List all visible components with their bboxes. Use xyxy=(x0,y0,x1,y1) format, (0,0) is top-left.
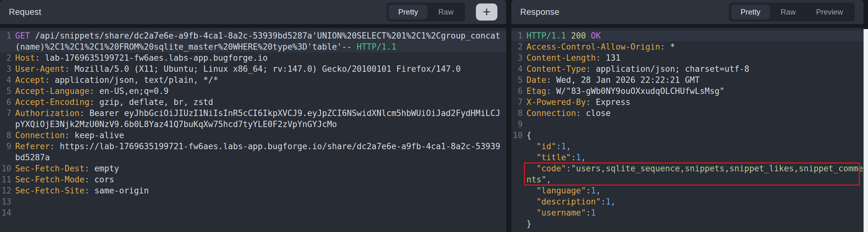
tab-pretty[interactable]: Pretty xyxy=(731,5,770,19)
code-line[interactable]: 8Connection: close xyxy=(511,108,864,119)
code-segment-header_name: Content-Type xyxy=(526,64,586,74)
code-line[interactable]: 13 xyxy=(0,196,506,207)
line-content: Content-Length: 131 xyxy=(526,53,864,64)
line-content: "code":"users,sqlite_sequence,snippets,s… xyxy=(526,163,864,185)
code-segment-text: close xyxy=(586,108,611,118)
code-line[interactable]: 1HTTP/1.1 200 OK xyxy=(511,30,864,41)
line-content: } xyxy=(526,219,864,229)
code-segment-punct: : xyxy=(50,142,60,151)
code-line[interactable]: 9 xyxy=(511,119,864,130)
code-line[interactable]: 11Sec-Fetch-Mode: cors xyxy=(0,174,506,185)
line-content: GET /api/snippets/share/dc2a7e6e-a9fb-4c… xyxy=(15,30,506,53)
code-line[interactable]: 3User-Agent: Mozilla/5.0 (X11; Ubuntu; L… xyxy=(0,64,506,75)
line-number: 14 xyxy=(0,207,11,219)
code-line[interactable]: } xyxy=(511,219,864,229)
code-line[interactable]: "language":1, xyxy=(511,185,864,196)
code-segment-header_name: Accept xyxy=(15,75,45,85)
line-number: 11 xyxy=(0,174,11,185)
line-number: 9 xyxy=(0,141,11,152)
code-segment-text: https://lab-1769635199721-fw6aes.labs-ap… xyxy=(15,142,500,162)
code-segment-header_name: Accept-Encoding xyxy=(15,97,90,107)
code-line[interactable]: "description":1, xyxy=(511,196,864,207)
code-segment-punct: : xyxy=(80,108,90,118)
line-number: 6 xyxy=(511,86,523,97)
code-line[interactable]: 6Accept-Encoding: gzip, deflate, br, zst… xyxy=(0,97,506,108)
code-line[interactable]: 12Sec-Fetch-Site: same-origin xyxy=(0,185,506,196)
code-line-annotated[interactable]: "code":"users,sqlite_sequence,snippets,s… xyxy=(511,163,864,185)
code-segment-json_key: "id" xyxy=(526,142,556,151)
tab-raw[interactable]: Raw xyxy=(771,5,805,19)
line-number: 4 xyxy=(511,64,523,75)
code-segment-text: empty xyxy=(94,164,119,173)
code-segment-punct: , xyxy=(611,197,616,206)
code-segment-text: en-US,en;q=0.9 xyxy=(99,86,168,96)
code-segment-punct: : xyxy=(85,175,94,184)
line-content xyxy=(15,196,506,207)
request-panel-header: Request PrettyRaw + xyxy=(0,0,506,24)
tab-preview[interactable]: Preview xyxy=(807,5,852,19)
response-scrollbar[interactable] xyxy=(864,29,868,232)
line-number: 6 xyxy=(0,97,11,108)
line-number: 8 xyxy=(511,108,523,119)
line-number: 5 xyxy=(511,75,523,86)
code-line[interactable]: "id":1, xyxy=(511,141,864,152)
code-segment-header_name: Sec-Fetch-Dest xyxy=(15,164,85,173)
request-editor[interactable]: 1GET /api/snippets/share/dc2a7e6e-a9fb-4… xyxy=(0,28,506,232)
line-number: 3 xyxy=(511,53,523,64)
code-segment-version: HTTP/1.1 xyxy=(526,31,571,40)
code-segment-punct: : xyxy=(35,53,45,63)
code-segment-punct: : xyxy=(586,64,596,74)
code-segment-header_name: Host xyxy=(15,53,35,63)
code-line[interactable]: 9Referer: https://lab-1769635199721-fw6a… xyxy=(0,141,506,163)
code-line[interactable]: 5Date: Wed, 28 Jan 2026 22:22:21 GMT xyxy=(511,75,864,86)
code-line[interactable]: 4Content-Type: application/json; charset… xyxy=(511,64,864,75)
code-segment-punct: : xyxy=(65,64,74,74)
code-line[interactable]: 7X-Powered-By: Express xyxy=(511,97,864,108)
code-line[interactable]: "title":1, xyxy=(511,152,864,163)
code-line[interactable]: 2Host: lab-1769635199721-fw6aes.labs-app… xyxy=(0,53,506,64)
response-editor[interactable]: 1HTTP/1.1 200 OK2Access-Control-Allow-Or… xyxy=(511,28,864,232)
line-number: 7 xyxy=(0,108,11,119)
code-segment-punct: , xyxy=(547,175,552,184)
code-segment-text: Mozilla/5.0 (X11; Ubuntu; Linux x86_64; … xyxy=(74,64,461,74)
code-line[interactable]: 14 xyxy=(0,207,506,219)
code-line[interactable]: 10{ xyxy=(511,130,864,141)
code-segment-punct: : xyxy=(556,142,561,151)
code-segment-punct: : xyxy=(90,97,99,107)
code-segment-header_name: Sec-Fetch-Site xyxy=(15,186,85,195)
line-number: 13 xyxy=(0,196,11,207)
code-line[interactable]: 4Accept: application/json, text/plain, *… xyxy=(0,75,506,86)
code-segment-json_key: "username" xyxy=(526,208,586,218)
code-line[interactable]: 5Accept-Language: en-US,en;q=0.9 xyxy=(0,86,506,97)
code-segment-header_name: Referer xyxy=(15,142,50,151)
code-segment-header_name: Content-Length xyxy=(526,53,596,63)
code-segment-punct: : xyxy=(547,86,556,96)
code-segment-header_name: User-Agent xyxy=(15,64,65,74)
line-content: Sec-Fetch-Dest: empty xyxy=(15,163,506,174)
code-line[interactable]: 3Content-Length: 131 xyxy=(511,53,864,64)
code-line[interactable]: "username":1 xyxy=(511,207,864,219)
code-line[interactable]: 10Sec-Fetch-Dest: empty xyxy=(0,163,506,174)
code-segment-punct: , xyxy=(566,142,571,151)
code-segment-json_number: 1 xyxy=(591,208,596,218)
code-segment-punct: , xyxy=(596,186,601,195)
code-segment-punct: : xyxy=(571,153,576,162)
code-segment-text: cors xyxy=(94,175,114,184)
code-line[interactable]: 6Etag: W/"83-gWb0NY9ouOXxudqOLCHUfwLsMsg… xyxy=(511,86,864,97)
tab-pretty[interactable]: Pretty xyxy=(389,5,428,19)
code-line[interactable]: 2Access-Control-Allow-Origin: * xyxy=(511,41,864,53)
line-content: { xyxy=(526,130,864,141)
tab-raw[interactable]: Raw xyxy=(429,5,463,19)
code-line[interactable]: 8Connection: keep-alive xyxy=(0,130,506,141)
code-segment-header_name: Sec-Fetch-Mode xyxy=(15,175,85,184)
request-view-tabs: PrettyRaw xyxy=(386,3,465,22)
code-line[interactable]: 7Authorization: Bearer eyJhbGciOiJIUzI1N… xyxy=(0,108,506,130)
line-content xyxy=(526,119,864,130)
line-number: 8 xyxy=(0,130,11,141)
add-request-button[interactable]: + xyxy=(476,3,497,21)
code-segment-header_name: Authorization xyxy=(15,108,80,118)
line-content: "language":1, xyxy=(526,185,864,196)
code-line[interactable]: 1GET /api/snippets/share/dc2a7e6e-a9fb-4… xyxy=(0,30,506,53)
line-number: 1 xyxy=(511,30,523,41)
line-content: Etag: W/"83-gWb0NY9ouOXxudqOLCHUfwLsMsg" xyxy=(526,86,864,97)
